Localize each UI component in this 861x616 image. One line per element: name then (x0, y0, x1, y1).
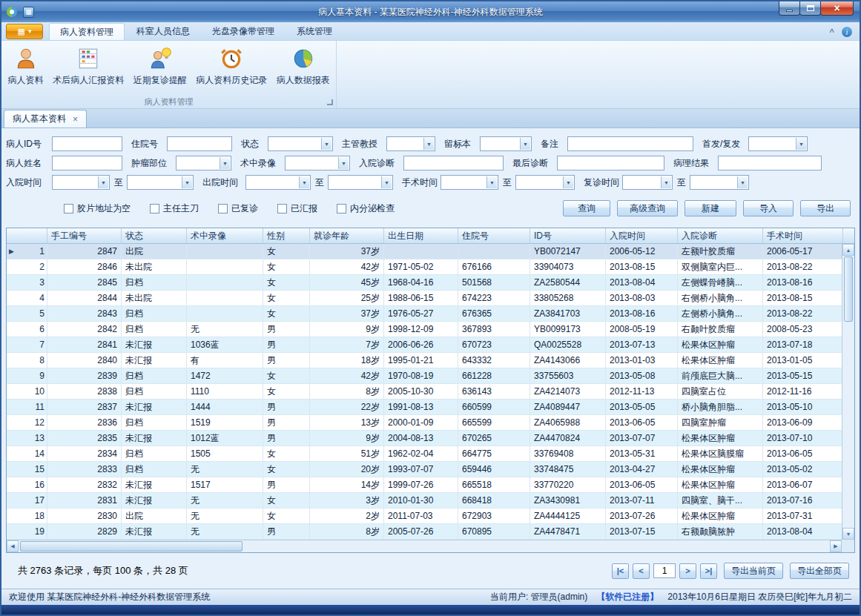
maximize-button[interactable] (799, 1, 821, 16)
table-row[interactable]: 152833归档无女20岁1993-07-0765944633748475201… (7, 462, 843, 477)
table-row[interactable]: 42844未出院女25岁1988-06-15674223338052682013… (7, 291, 843, 306)
new-button[interactable]: 新建 (684, 200, 736, 216)
prev-page-button[interactable]: < (633, 563, 650, 579)
admission-diagnosis-input[interactable] (403, 156, 504, 170)
export-all-pages-button[interactable]: 导出全部页 (790, 563, 849, 579)
discharge-date-from[interactable]: ▼ (245, 175, 311, 190)
app-menu-button[interactable]: ▦ ▾ (6, 24, 43, 39)
professor-select[interactable]: ▼ (386, 136, 435, 151)
surgery-date-to[interactable]: ▼ (515, 175, 575, 190)
table-row[interactable]: 172831未汇报无女3岁2010-01-30668418ZA343098120… (7, 493, 843, 509)
dropdown-arrow-icon[interactable]: ▼ (338, 157, 349, 169)
column-header-gender[interactable]: 性别 (263, 228, 310, 243)
pathology-result-input[interactable] (718, 156, 822, 170)
app-logo-icon[interactable] (6, 6, 18, 18)
column-header-surgery-date[interactable]: 手术时间 (763, 228, 843, 243)
dropdown-arrow-icon[interactable]: ▼ (520, 138, 530, 150)
export-current-page-button[interactable]: 导出当前页 (724, 563, 783, 579)
scroll-down-icon[interactable]: ▼ (842, 528, 854, 540)
column-header-admission-date[interactable]: 入院时间 (606, 228, 678, 243)
dropdown-arrow-icon[interactable]: ▼ (381, 176, 392, 188)
scroll-left-icon[interactable]: ◀ (7, 540, 19, 552)
dialog-launcher-icon[interactable] (327, 99, 333, 105)
surgery-date-from[interactable]: ▼ (441, 175, 498, 190)
admission-date-from[interactable]: ▼ (52, 175, 110, 190)
doc-tab-patient-basic-data[interactable]: 病人基本资料 × (4, 110, 87, 127)
tumor-site-select[interactable]: ▼ (176, 156, 231, 170)
specimen-select[interactable]: ▼ (480, 136, 532, 151)
table-row[interactable]: 72841未汇报1036蓝男7岁2006-06-26670723QA002552… (7, 337, 843, 353)
dropdown-arrow-icon[interactable]: ▼ (486, 176, 497, 188)
dropdown-arrow-icon[interactable]: ▼ (321, 138, 331, 150)
dropdown-arrow-icon[interactable]: ▼ (182, 176, 192, 188)
discharge-date-to[interactable]: ▼ (328, 175, 393, 190)
revisit-date-to[interactable]: ▼ (690, 175, 749, 190)
ribbon-tab-department-staff[interactable]: 科室人员信息 (126, 23, 200, 40)
horizontal-scroll-thumb[interactable] (20, 541, 243, 552)
quick-access-icon[interactable]: ▦ (23, 7, 34, 18)
column-header-admission-diagnosis[interactable]: 入院诊断 (678, 228, 763, 243)
registration-status[interactable]: 【软件已注册】 (596, 591, 659, 603)
scroll-up-icon[interactable]: ▲ (842, 244, 854, 256)
table-row[interactable]: 102838归档1110女8岁2005-10-30636143ZA4214073… (7, 384, 843, 400)
checkbox-chief-surgeon[interactable]: 主任主刀 (150, 202, 199, 215)
dropdown-arrow-icon[interactable]: ▼ (220, 157, 230, 169)
patient-name-input[interactable] (52, 156, 122, 170)
checkbox-endocrine-exam[interactable]: 内分泌检查 (337, 202, 395, 215)
vertical-scroll-thumb[interactable] (844, 256, 853, 322)
dropdown-arrow-icon[interactable]: ▼ (299, 176, 309, 188)
patient-id-input[interactable] (52, 136, 122, 151)
column-header-manual-no[interactable]: 手工编号 (47, 228, 122, 243)
import-button[interactable]: 导入 (743, 200, 794, 216)
checkbox-film-address-empty[interactable]: 胶片地址为空 (64, 202, 131, 215)
table-row[interactable]: 92839归档1472女42岁1970-08-19661228337556032… (7, 368, 843, 384)
column-header-status[interactable]: 状态 (122, 228, 187, 243)
dropdown-arrow-icon[interactable]: ▼ (98, 176, 108, 188)
last-page-button[interactable]: >| (700, 563, 717, 579)
table-row[interactable]: ▶12847出院女37岁YB00721472006-05-12左额叶胶质瘤200… (7, 244, 843, 259)
final-diagnosis-input[interactable] (557, 156, 664, 170)
export-button[interactable]: 导出 (800, 200, 851, 216)
column-header-birth-date[interactable]: 出生日期 (384, 228, 458, 243)
minimize-button[interactable] (779, 1, 800, 16)
revisit-date-from[interactable]: ▼ (622, 175, 673, 190)
column-header-surgery-video[interactable]: 术中录像 (187, 228, 263, 243)
ribbon-tab-patient-data-management[interactable]: 病人资料管理 (49, 23, 125, 40)
ribbon-tab-system-management[interactable]: 系统管理 (286, 23, 343, 40)
table-row[interactable]: 182830出院无女2岁2011-07-03672903ZA4444125201… (7, 509, 843, 524)
dropdown-arrow-icon[interactable]: ▼ (796, 138, 806, 150)
close-button[interactable]: × (820, 1, 854, 16)
inpatient-no-input[interactable] (167, 136, 232, 151)
column-header-inpatient-no[interactable]: 住院号 (458, 228, 530, 243)
first-recurrent-select[interactable]: ▼ (748, 136, 808, 151)
table-row[interactable]: 122836归档1519男13岁2000-01-09665599ZA406598… (7, 415, 843, 431)
ribbon-button-postop-report-data[interactable]: 术后病人汇报资料 (48, 43, 128, 95)
checkbox-revisited[interactable]: 已复诊 (218, 202, 258, 215)
table-row[interactable]: 192829未汇报无男8岁2005-07-26670895ZA447847120… (7, 524, 843, 540)
dropdown-arrow-icon[interactable]: ▼ (737, 176, 748, 188)
table-row[interactable]: 32845归档女45岁1968-04-16501568ZA25805442013… (7, 275, 843, 291)
column-header-age-at-visit[interactable]: 就诊年龄 (310, 228, 384, 243)
next-page-button[interactable]: > (679, 563, 696, 579)
table-row[interactable]: 22846未出院女42岁1971-05-02676166339040732013… (7, 259, 843, 275)
dropdown-arrow-icon[interactable]: ▼ (423, 138, 434, 150)
column-header-id-no[interactable]: ID号 (530, 228, 606, 243)
ribbon-tab-disc-video-management[interactable]: 光盘录像带管理 (202, 23, 285, 40)
horizontal-scrollbar[interactable]: ◀ ▶ (7, 540, 842, 552)
first-page-button[interactable]: |< (612, 563, 629, 579)
checkbox-reported[interactable]: 已汇报 (277, 202, 317, 215)
remark-input[interactable] (567, 136, 693, 151)
dropdown-arrow-icon[interactable]: ▼ (661, 176, 671, 188)
ribbon-button-patient-history[interactable]: 病人资料历史记录 (191, 43, 271, 95)
table-row[interactable]: 132835未汇报1012蓝男9岁2004-08-13670265ZA44708… (7, 431, 843, 446)
scroll-right-icon[interactable]: ▶ (830, 540, 842, 552)
ribbon-button-patient-data[interactable]: 病人资料 (3, 43, 48, 95)
info-icon[interactable]: i (842, 27, 852, 37)
table-row[interactable]: 162832未汇报1517男14岁1999-07-266655183377022… (7, 477, 843, 493)
surgery-video-select[interactable]: ▼ (285, 156, 350, 170)
table-row[interactable]: 142834归档1505女51岁1962-02-0466477533769408… (7, 446, 843, 462)
advanced-query-button[interactable]: 高级查询 (617, 200, 678, 216)
ribbon-collapse-button[interactable]: ^ (830, 28, 834, 36)
query-button[interactable]: 查询 (563, 200, 610, 216)
vertical-scrollbar[interactable]: ▲ ▼ (842, 244, 854, 540)
